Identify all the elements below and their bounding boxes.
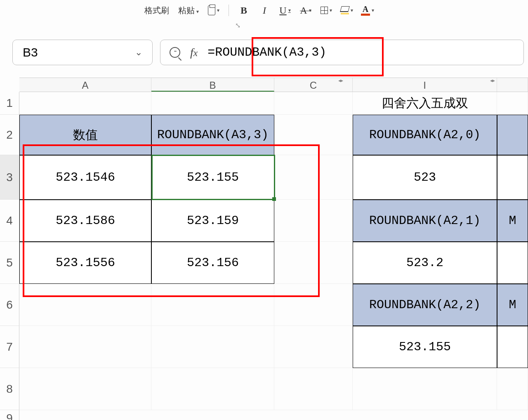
row-header-7[interactable]: 7 [0,326,19,368]
cell-I4[interactable]: ROUNDBANK(A2,1) [353,200,497,242]
row-header-3[interactable]: 3 [0,155,19,200]
column-headers: A B C I [19,78,528,92]
cell-I7[interactable]: 523.155 [353,326,497,368]
borders-button[interactable] [321,5,332,16]
cell-J7[interactable] [497,326,528,368]
dialog-launcher-icon[interactable]: ⤡ [235,21,240,29]
spreadsheet-grid[interactable]: 四舍六入五成双 数值 ROUNDBANK(A3,3) ROUNDBANK(A2,… [19,92,528,420]
cell-B5[interactable]: 523.156 [151,242,274,284]
font-color-button[interactable]: A [362,5,373,16]
cell-C7[interactable] [274,326,353,368]
format-painter-button[interactable]: 格式刷 [144,5,169,16]
separator [229,5,229,16]
fill-color-button[interactable] [341,5,353,16]
cell-C5[interactable] [274,242,353,284]
cell-C2[interactable] [274,115,353,155]
cell-I8[interactable] [353,368,497,410]
cell-J4[interactable]: M [497,200,528,242]
cell-I2[interactable]: ROUNDBANK(A2,0) [353,115,497,155]
underline-button[interactable]: U [279,5,291,16]
cell-B1[interactable] [151,92,274,115]
cell-I5[interactable]: 523.2 [353,242,497,284]
row-header-2[interactable]: 2 [0,115,19,155]
row-header-5[interactable]: 5 [0,242,19,284]
cell-J5[interactable] [497,242,528,284]
cell-A2[interactable]: 数值 [19,115,151,155]
strikethrough-button[interactable]: A [300,5,311,16]
paste-icon[interactable] [208,5,219,16]
cell-B3[interactable]: 523.155 [151,155,274,200]
cell-B7[interactable] [151,326,274,368]
expand-col-icon[interactable]: ◂▸ [338,78,343,83]
cell-A7[interactable] [19,326,151,368]
cell-J6[interactable]: M [497,284,528,326]
col-header-I[interactable]: I [353,78,497,92]
expand-col-icon[interactable]: ◂▸ [490,78,495,83]
paste-button[interactable]: 粘贴 [178,5,199,16]
cell-J8[interactable] [497,368,528,410]
formula-bar[interactable]: fx =ROUNDBANK(A3,3) [160,40,524,65]
cell-A6[interactable] [19,284,151,326]
name-box[interactable]: B3 ⌄ [12,40,153,65]
row-header-1[interactable]: 1 [0,92,19,115]
row-header-4[interactable]: 4 [0,200,19,242]
cell-C4[interactable] [274,200,353,242]
ribbon-toolbar: 格式刷 粘贴 B I U A A [0,0,528,21]
fx-icon[interactable]: fx [190,46,198,59]
cell-C6[interactable] [274,284,353,326]
cell-I6[interactable]: ROUNDBANK(A2,2) [353,284,497,326]
cell-C8[interactable] [274,368,353,410]
formula-text: =ROUNDBANK(A3,3) [207,45,326,59]
row-header-9[interactable]: 9 [0,410,19,420]
cell-A5[interactable]: 523.1556 [19,242,151,284]
name-box-ref: B3 [23,45,38,59]
cell-A1[interactable] [19,92,151,115]
cell-J2[interactable] [497,115,528,155]
col-header-J[interactable] [497,78,528,92]
cell-B8[interactable] [151,368,274,410]
cell-B2[interactable]: ROUNDBANK(A3,3) [151,115,274,155]
italic-button[interactable]: I [259,5,270,16]
row-headers: 1 2 3 4 5 6 7 8 9 [0,92,19,420]
cell-J1[interactable] [497,92,528,115]
bold-button[interactable]: B [238,5,250,16]
cell-A3[interactable]: 523.1546 [19,155,151,200]
cell-C1[interactable] [274,92,353,115]
col-header-B[interactable]: B [151,78,274,92]
cell-B4[interactable]: 523.159 [151,200,274,242]
cell-A8[interactable] [19,368,151,410]
row-header-6[interactable]: 6 [0,284,19,326]
row-header-8[interactable]: 8 [0,368,19,410]
cell-A4[interactable]: 523.1586 [19,200,151,242]
cell-I3[interactable]: 523 [353,155,497,200]
cell-C3[interactable] [274,155,353,200]
zoom-out-icon[interactable] [170,47,180,58]
cell-B6[interactable] [151,284,274,326]
formula-row: B3 ⌄ fx =ROUNDBANK(A3,3) [12,39,524,66]
cell-I1[interactable]: 四舍六入五成双 [353,92,497,115]
col-header-A[interactable]: A [19,78,151,92]
cell-J3[interactable] [497,155,528,200]
chevron-down-icon[interactable]: ⌄ [135,47,142,58]
